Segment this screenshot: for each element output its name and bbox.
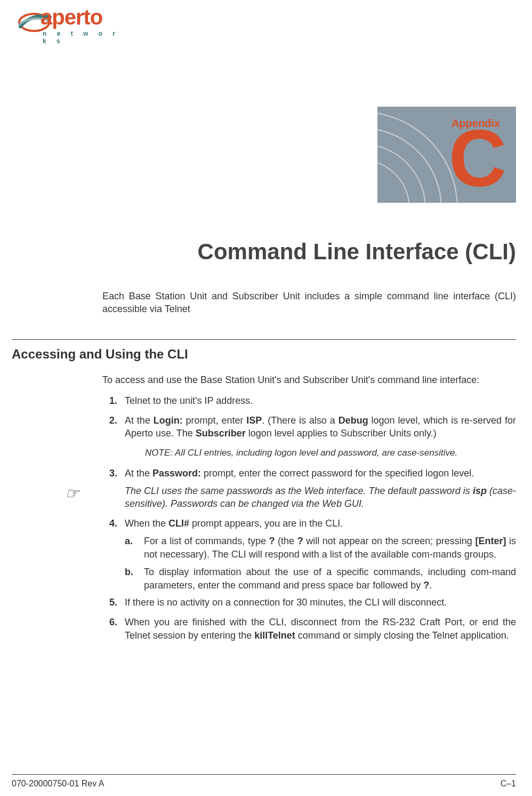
bold-run: Subscriber xyxy=(196,428,246,439)
text-run: . (There is also a xyxy=(262,415,338,426)
body-content: To access and use the Base Station Unit'… xyxy=(102,373,516,649)
appendix-letter: C xyxy=(449,118,506,198)
page-title: Command Line Interface (CLI) xyxy=(198,239,516,265)
text-run: logon level applies to Subscriber Units … xyxy=(246,428,437,439)
substep-letter: b. xyxy=(125,566,144,592)
bold-run: ? xyxy=(269,536,275,546)
bold-run: [Enter] xyxy=(475,536,506,546)
bold-run: CLI# xyxy=(168,518,189,529)
bold-run: Password: xyxy=(152,468,201,479)
footer-page-number: C–1 xyxy=(501,779,516,789)
step-text: Telnet to the unit's IP address. xyxy=(125,394,516,408)
section-heading: Accessing and Using the CLI xyxy=(12,347,188,362)
text-run: For a list of commands, type xyxy=(144,536,269,546)
text-run: (the xyxy=(275,536,297,546)
svg-point-3 xyxy=(377,144,425,203)
intro-paragraph: Each Base Station Unit and Subscriber Un… xyxy=(102,290,516,316)
step-2: 2. At the Login: prompt, enter ISP. (The… xyxy=(102,414,516,441)
text-run: . xyxy=(429,580,432,591)
note-text: All CLI entries, including logon level a… xyxy=(175,448,457,458)
bold-run: Login: xyxy=(154,415,183,426)
logo-text: aperto xyxy=(41,5,102,29)
step-5: 5. If there is no activity on a connecti… xyxy=(102,596,516,609)
text-run: command or simply closing the Telnet app… xyxy=(295,630,509,641)
note-block: NOTE: All CLI entries, including logon l… xyxy=(145,447,516,459)
tip-block: ☞ The CLI uses the same passwords as the… xyxy=(102,484,516,511)
substep-text: To display information about the use of … xyxy=(144,566,516,592)
step-4: 4. When the CLI# prompt appears, you are… xyxy=(102,517,516,530)
bold-run: ISP xyxy=(246,415,262,426)
company-logo: aperto n e t w o r k s xyxy=(16,4,123,42)
step-4a: a. For a list of commands, type ? (the ?… xyxy=(125,535,516,561)
logo-subtext: n e t w o r k s xyxy=(43,30,123,45)
tip-text: The CLI uses the same passwords as the W… xyxy=(102,484,516,511)
step-number: 4. xyxy=(102,517,125,530)
footer-doc-number: 070-20000750-01 Rev A xyxy=(12,779,104,789)
svg-point-4 xyxy=(377,160,409,203)
text-run: At the xyxy=(125,468,152,479)
step-4b: b. To display information about the use … xyxy=(125,566,516,592)
step-3: 3. At the Password: prompt, enter the co… xyxy=(102,467,516,480)
step-number: 1. xyxy=(102,394,125,408)
bold-run: ? xyxy=(297,536,303,546)
appendix-graphic: Appendix C xyxy=(377,107,516,203)
text-run: To display information about the use of … xyxy=(144,567,516,591)
step-6: 6. When you are finished with the CLI, d… xyxy=(102,616,516,642)
note-label: NOTE: xyxy=(145,448,175,458)
step-1: 1. Telnet to the unit's IP address. xyxy=(102,394,516,408)
step-number: 3. xyxy=(102,467,125,480)
step-text: When you are finished with the CLI, disc… xyxy=(125,616,516,642)
substep-text: For a list of commands, type ? (the ? wi… xyxy=(144,535,516,561)
step-number: 2. xyxy=(102,414,125,441)
bold-run: Debug xyxy=(338,415,368,426)
step-text: At the Login: prompt, enter ISP. (There … xyxy=(125,414,516,441)
text-run: prompt appears, you are in the CLI. xyxy=(189,518,343,529)
text-run: will not appear on the screen; pressing xyxy=(303,536,475,546)
bold-italic-run: isp xyxy=(473,485,487,496)
bold-run: killTelnet xyxy=(254,630,295,641)
step-number: 5. xyxy=(102,596,125,609)
text-run: prompt, enter the correct password for t… xyxy=(201,468,474,479)
text-run: prompt, enter xyxy=(183,415,247,426)
text-run: The CLI uses the same passwords as the W… xyxy=(125,485,473,496)
svg-point-1 xyxy=(377,112,457,203)
footer-divider xyxy=(12,774,516,775)
text-run: At the xyxy=(125,415,154,426)
step-text: If there is no activity on a connection … xyxy=(125,596,516,609)
step-text: When the CLI# prompt appears, you are in… xyxy=(125,517,516,530)
step-text: At the Password: prompt, enter the corre… xyxy=(125,467,516,480)
substep-letter: a. xyxy=(125,535,144,561)
text-run: When the xyxy=(125,518,168,529)
document-page: aperto n e t w o r k s Appendix C Comman… xyxy=(0,0,532,796)
pointing-hand-icon: ☞ xyxy=(65,482,87,509)
section-divider xyxy=(12,339,516,340)
bold-run: ? xyxy=(423,580,429,591)
step-number: 6. xyxy=(102,616,125,642)
lead-paragraph: To access and use the Base Station Unit'… xyxy=(102,373,516,387)
